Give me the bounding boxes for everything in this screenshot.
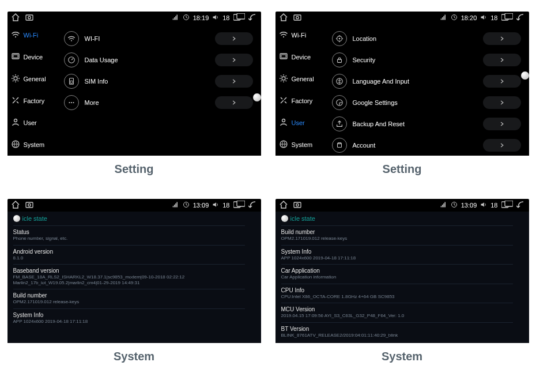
system-info-row[interactable]: BT Version BLINK_8761ATV_RELEASE2/2019:0… [281, 322, 513, 342]
system-info-row[interactable]: Build number OPM2.171019.012 release-key… [281, 225, 513, 245]
sidebar-item-label: System [292, 141, 313, 148]
screenshot-caption: System [382, 350, 422, 363]
chevron-right-icon[interactable] [483, 118, 521, 130]
settings-content: WI-FI Data Usage SIM Info [61, 24, 261, 156]
windows-icon[interactable] [501, 13, 513, 22]
chevron-right-icon[interactable] [215, 54, 253, 66]
sidebar-item-factory[interactable]: Factory [7, 90, 61, 112]
camera-icon[interactable] [25, 200, 34, 210]
system-info-row[interactable]: Status Phone number, signal, etc. [13, 225, 245, 245]
sidebar-item-device[interactable]: Device [7, 46, 61, 68]
sidebar-item-wi-fi[interactable]: Wi-Fi [275, 24, 329, 46]
system-info-row[interactable]: Baseband version FM_BASE_18A_RLS2_ISHARK… [13, 264, 245, 289]
system-info-value: CPU:Intel X86_OCTA-CORE 1.8GHz 4+64 GB S… [281, 294, 513, 300]
sidebar-item-label: General [24, 76, 46, 82]
settings-row[interactable]: Data Usage [64, 49, 253, 70]
back-icon[interactable] [516, 200, 526, 210]
system-info-label: Build number [281, 228, 513, 236]
chevron-right-icon[interactable] [483, 54, 521, 66]
system-info-value: APP 1024x600 2019-04-18 17:11:18 [281, 255, 513, 261]
settings-row-label: Location [353, 35, 477, 42]
settings-row[interactable]: Language And Input [332, 70, 521, 92]
settings-row-label: More [85, 99, 209, 106]
sidebar-item-system[interactable]: System [275, 134, 329, 156]
sidebar-item-user[interactable]: User [7, 112, 61, 134]
system-info-row[interactable]: Car Application Car Application informat… [281, 264, 513, 284]
android-icon [332, 138, 347, 153]
sidebar-item-general[interactable]: General [275, 68, 329, 90]
camera-icon[interactable] [293, 200, 302, 210]
chevron-right-icon[interactable] [483, 32, 521, 45]
system-info-value: FM_BASE_18A_RLS2_ISHARKL2_W18.37.1|sc985… [13, 274, 245, 285]
status-bar: 13:09 18 [275, 199, 529, 212]
system-info-row[interactable]: System Info APP 1024x600 2019-04-18 17:1… [281, 245, 513, 265]
chevron-right-icon[interactable] [483, 96, 521, 109]
settings-row[interactable]: Location [332, 28, 521, 49]
settings-row[interactable]: Backup And Reset [332, 113, 521, 134]
camera-icon[interactable] [25, 13, 34, 23]
scrollbar-thumb[interactable] [13, 215, 20, 222]
status-time: 18:20 [461, 14, 477, 21]
user-icon [11, 118, 20, 128]
sidebar-item-device[interactable]: Device [275, 46, 329, 68]
home-icon[interactable] [11, 200, 20, 210]
settings-row[interactable]: Security [332, 49, 521, 70]
status-bar: 13:09 18 [7, 199, 261, 212]
settings-content: Location Security Language And Input [329, 24, 529, 156]
scrollbar-thumb[interactable] [281, 215, 288, 222]
scrollbar-thumb[interactable] [521, 71, 529, 80]
device-screenshot: 18:20 18 Wi-Fi Device General Factory U [275, 12, 529, 156]
system-info-row[interactable]: MCU Version 2019.04.15 17:09:56 AYI_S3_C… [281, 303, 513, 322]
screenshot-caption: System [114, 350, 154, 363]
sidebar-item-label: User [292, 119, 305, 126]
camera-icon[interactable] [293, 13, 302, 23]
chevron-right-icon[interactable] [483, 75, 521, 88]
system-info-row[interactable]: System Info APP 1024x600 2019-04-18 17:1… [13, 308, 245, 328]
page-title: icle state [22, 215, 47, 222]
chevron-right-icon[interactable] [215, 32, 253, 45]
sidebar: Wi-Fi Device General Factory User System [275, 24, 329, 156]
wifi-icon [11, 30, 20, 40]
scrollbar-thumb[interactable] [253, 93, 261, 101]
status-bar: 18:19 18 [7, 12, 261, 24]
settings-row[interactable]: Google Settings [332, 92, 521, 113]
settings-row[interactable]: Account [332, 134, 521, 156]
settings-row[interactable]: SIM Info [64, 70, 253, 92]
settings-row-label: SIM Info [85, 78, 209, 85]
home-icon[interactable] [279, 13, 288, 23]
back-icon[interactable] [248, 13, 258, 23]
volume-icon [480, 14, 487, 22]
sidebar: Wi-Fi Device General Factory User System [7, 24, 61, 156]
sidebar-item-general[interactable]: General [7, 68, 61, 90]
tools-icon [279, 96, 288, 106]
settings-row[interactable]: More [64, 92, 253, 113]
sidebar-item-factory[interactable]: Factory [275, 90, 329, 112]
settings-row[interactable]: WI-FI [64, 28, 253, 49]
gear-icon [11, 74, 20, 84]
status-volume: 18 [222, 14, 229, 21]
system-info-value: OPM2.171019.012 release-keys [281, 236, 513, 242]
system-info-row[interactable]: Android version 8.1.0 [13, 245, 245, 265]
system-info-row[interactable]: Build number OPM2.171019.012 release-key… [13, 289, 245, 308]
sidebar-item-user[interactable]: User [275, 112, 329, 134]
system-info-label: BT Version [281, 325, 513, 333]
chevron-right-icon[interactable] [215, 75, 253, 88]
windows-icon[interactable] [233, 13, 245, 22]
status-volume: 18 [490, 14, 497, 21]
sidebar-item-label: Device [292, 54, 311, 61]
tools-icon [11, 96, 20, 106]
clock-icon [451, 201, 458, 209]
back-icon[interactable] [516, 13, 526, 23]
system-info-row[interactable]: CPU Info CPU:Intel X86_OCTA-CORE 1.8GHz … [281, 284, 513, 303]
home-icon[interactable] [11, 13, 20, 23]
chevron-right-icon[interactable] [215, 96, 253, 109]
back-icon[interactable] [248, 200, 258, 210]
chevron-right-icon[interactable] [483, 139, 521, 152]
system-info-value: OPM2.171019.012 release-keys [13, 299, 245, 305]
sidebar-item-system[interactable]: System [7, 134, 61, 156]
windows-icon[interactable] [233, 201, 245, 210]
home-icon[interactable] [279, 200, 288, 210]
device-screenshot: 13:09 18 icle state Build number OPM2.17… [275, 199, 529, 343]
windows-icon[interactable] [501, 201, 513, 210]
sidebar-item-wi-fi[interactable]: Wi-Fi [7, 24, 61, 46]
